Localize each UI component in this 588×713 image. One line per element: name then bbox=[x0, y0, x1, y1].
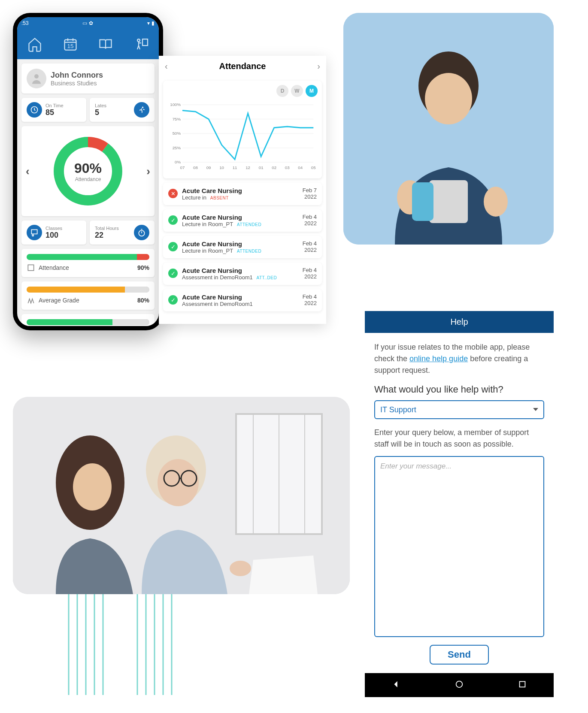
bar-grade: Average Grade 80% bbox=[21, 281, 155, 310]
attendance-date: Feb 72022 bbox=[303, 187, 317, 200]
svg-text:0%: 0% bbox=[175, 160, 181, 164]
attendance-back[interactable]: ‹ bbox=[165, 61, 168, 71]
donut-prev[interactable]: ‹ bbox=[26, 165, 30, 178]
attendance-item[interactable]: ✓Acute Care NursingAssessment in DemoRoo… bbox=[163, 289, 322, 311]
status-gear-icon: ✿ bbox=[89, 20, 93, 26]
attendance-icon bbox=[27, 263, 35, 272]
svg-point-36 bbox=[425, 73, 472, 124]
status-dev-icon: ▭ bbox=[82, 20, 87, 26]
help-message-input[interactable] bbox=[374, 456, 544, 637]
profile-name: John Connors bbox=[51, 71, 103, 80]
svg-rect-37 bbox=[429, 180, 468, 223]
top-nav: 15 bbox=[17, 29, 159, 59]
help-guide-link[interactable]: online help guide bbox=[409, 354, 468, 363]
toggle-M[interactable]: M bbox=[306, 85, 318, 97]
attended-icon: ✓ bbox=[168, 242, 178, 251]
svg-text:01: 01 bbox=[259, 165, 264, 170]
toggle-D[interactable]: D bbox=[276, 85, 288, 97]
svg-point-53 bbox=[230, 561, 251, 576]
svg-rect-55 bbox=[519, 682, 525, 687]
avatar bbox=[27, 69, 46, 88]
attendance-donut-card: ‹ 90% Attendance › bbox=[21, 126, 155, 216]
svg-text:05: 05 bbox=[311, 165, 316, 170]
svg-text:08: 08 bbox=[193, 165, 198, 170]
svg-text:12: 12 bbox=[246, 165, 250, 170]
attendance-item[interactable]: ✓Acute Care NursingLecture in Room_PT AT… bbox=[163, 236, 322, 258]
stat-on-time: On Time 85 bbox=[21, 98, 86, 122]
attendance-date: Feb 42022 bbox=[303, 214, 317, 227]
svg-text:07: 07 bbox=[180, 165, 185, 170]
grade-icon bbox=[27, 296, 35, 305]
svg-rect-40 bbox=[412, 182, 433, 221]
course-name: Acute Care Nursing bbox=[182, 240, 298, 248]
course-sub: Lecture in Room_PT ATTENDED bbox=[182, 221, 298, 227]
attendance-chart-card: DWM 0%25%50%75%100% 07080910111201020304… bbox=[163, 81, 322, 178]
photo-women bbox=[13, 397, 350, 594]
attendance-date: Feb 42022 bbox=[303, 240, 317, 253]
nav-book-icon[interactable] bbox=[95, 33, 116, 55]
attendance-forward[interactable]: › bbox=[317, 61, 320, 71]
help-query-label: Enter your query below, a member of supp… bbox=[374, 427, 544, 450]
toggle-W[interactable]: W bbox=[291, 85, 303, 97]
photo-man bbox=[343, 13, 554, 245]
stat-lates: Lates 5 bbox=[90, 98, 155, 122]
attendance-item[interactable]: ✓Acute Care NursingAssessment in DemoRoo… bbox=[163, 263, 322, 285]
attendance-status: ATTENDED bbox=[236, 249, 261, 254]
attendance-item[interactable]: ✓Acute Care NursingLecture in Room_PT AT… bbox=[163, 209, 322, 232]
svg-point-54 bbox=[456, 681, 463, 688]
svg-point-47 bbox=[73, 463, 112, 511]
status-time: :53 bbox=[21, 20, 29, 26]
help-title: Help bbox=[365, 311, 554, 333]
attendance-line-chart: 0%25%50%75%100% 0708091011120102030405 bbox=[167, 100, 318, 172]
nav-home-icon[interactable] bbox=[24, 33, 45, 55]
help-category-select[interactable]: IT Support bbox=[374, 400, 544, 419]
svg-text:02: 02 bbox=[272, 165, 276, 170]
help-intro: If your issue relates to the mobile app,… bbox=[374, 341, 544, 376]
profile-card: John Connors Business Studies bbox=[21, 63, 155, 94]
android-recent-icon[interactable] bbox=[518, 680, 527, 691]
svg-text:11: 11 bbox=[233, 165, 237, 170]
help-question: What would you like help with? bbox=[374, 384, 544, 395]
attendance-panel: ‹ Attendance › DWM 0%25%50%75%100% 07080… bbox=[159, 56, 326, 324]
nav-teacher-icon[interactable] bbox=[130, 33, 152, 55]
attendance-item[interactable]: ✕Acute Care NursingLecture in ABSENTFeb … bbox=[163, 183, 322, 205]
svg-point-39 bbox=[484, 187, 508, 217]
svg-point-10 bbox=[32, 235, 33, 236]
attended-icon: ✓ bbox=[168, 215, 178, 225]
svg-text:09: 09 bbox=[206, 165, 211, 170]
android-nav bbox=[365, 673, 554, 697]
course-name: Acute Care Nursing bbox=[182, 293, 298, 301]
course-sub: Lecture in ABSENT bbox=[182, 194, 298, 201]
attended-icon: ✓ bbox=[168, 295, 178, 305]
svg-text:10: 10 bbox=[219, 165, 224, 170]
running-icon bbox=[134, 102, 149, 118]
attendance-status: ABSENT bbox=[209, 196, 229, 200]
svg-text:04: 04 bbox=[298, 165, 303, 170]
svg-text:50%: 50% bbox=[173, 131, 181, 136]
svg-text:25%: 25% bbox=[173, 145, 181, 150]
course-sub: Lecture in Room_PT ATTENDED bbox=[182, 248, 298, 254]
clock-icon bbox=[27, 102, 42, 118]
stat-hours: Total Hours 22 bbox=[90, 221, 155, 245]
svg-point-3 bbox=[34, 74, 39, 79]
bar-submission: Submission 70/100 bbox=[21, 314, 155, 326]
attendance-status: ATT..DED bbox=[255, 275, 277, 280]
dashboard-phone: :53 ▭ ✿ ▾ ▮ 15 bbox=[13, 13, 163, 330]
svg-text:03: 03 bbox=[285, 165, 290, 170]
donut-next[interactable]: › bbox=[146, 165, 150, 178]
course-sub: Assessment in DemoRoom1 ATT..DED bbox=[182, 274, 298, 281]
attendance-title: Attendance bbox=[219, 61, 266, 71]
nav-calendar-icon[interactable]: 15 bbox=[60, 33, 81, 55]
donut-value: 90% bbox=[74, 160, 102, 176]
stopwatch-icon bbox=[134, 225, 149, 240]
attended-icon: ✓ bbox=[168, 269, 178, 278]
status-bar: :53 ▭ ✿ ▾ ▮ bbox=[17, 17, 159, 29]
android-home-icon[interactable] bbox=[455, 680, 464, 691]
bar-attendance: Attendance 90% bbox=[21, 249, 155, 277]
absent-icon: ✕ bbox=[168, 189, 178, 198]
send-button[interactable]: Send bbox=[430, 645, 489, 665]
android-back-icon[interactable] bbox=[391, 680, 401, 691]
stat-classes: Classes 100 bbox=[21, 221, 86, 245]
svg-text:100%: 100% bbox=[170, 102, 181, 107]
svg-text:75%: 75% bbox=[173, 117, 181, 121]
